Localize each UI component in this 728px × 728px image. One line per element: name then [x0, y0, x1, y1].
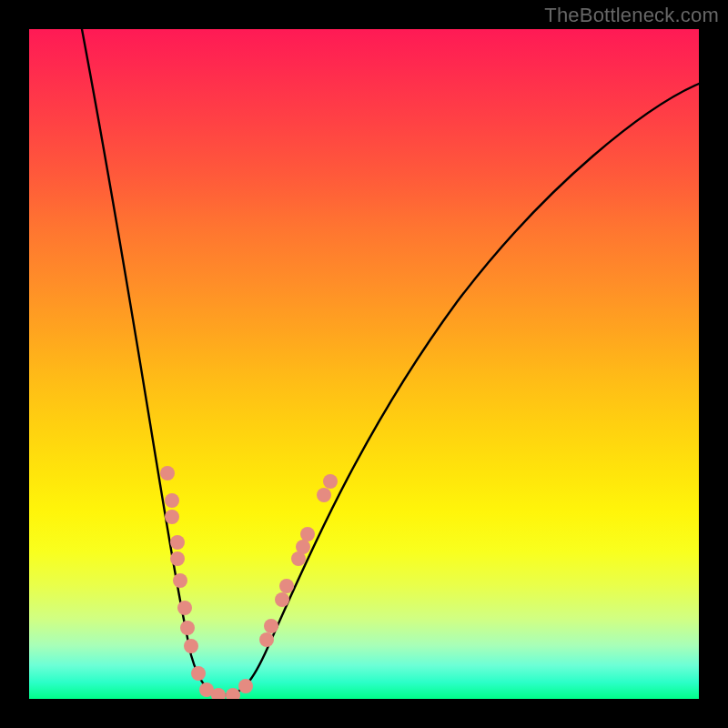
- curve-layer: [29, 29, 699, 699]
- curve-marker: [160, 466, 175, 480]
- watermark-text: TheBottleneck.com: [544, 4, 719, 27]
- chart-frame: TheBottleneck.com: [0, 0, 728, 728]
- curve-marker: [323, 474, 338, 489]
- curve-marker: [170, 535, 185, 550]
- curve-marker: [177, 601, 192, 615]
- curve-marker: [165, 493, 179, 508]
- curve-marker: [275, 592, 289, 607]
- curve-marker: [191, 666, 206, 681]
- curve-marker: [300, 527, 315, 541]
- curve-marker: [296, 540, 310, 554]
- curve-marker: [238, 679, 253, 693]
- bottleneck-curve: [82, 29, 699, 695]
- curve-marker: [173, 573, 187, 588]
- curve-marker: [264, 619, 278, 633]
- marker-group: [160, 466, 338, 699]
- curve-marker: [170, 551, 185, 566]
- plot-area: [29, 29, 699, 699]
- curve-marker: [180, 621, 195, 635]
- curve-marker: [317, 488, 331, 502]
- curve-marker: [259, 632, 274, 647]
- curve-marker: [165, 510, 179, 524]
- curve-marker: [279, 579, 294, 593]
- curve-marker: [226, 688, 240, 699]
- curve-marker: [184, 639, 198, 653]
